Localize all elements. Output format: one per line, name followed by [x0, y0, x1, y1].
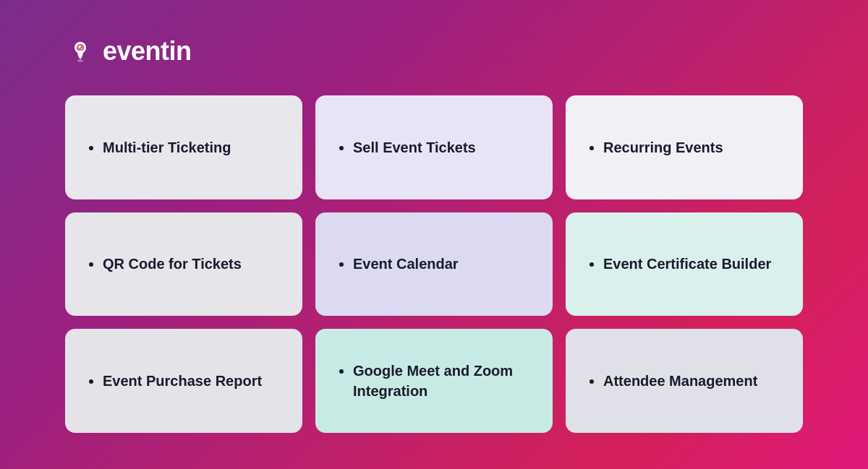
svg-point-2: [77, 60, 83, 62]
logo-text: eventin: [103, 36, 192, 66]
feature-card-multi-tier-ticketing: Multi-tier Ticketing: [65, 95, 302, 199]
eventin-logo-icon: [65, 36, 95, 66]
feature-label-event-purchase-report: Event Purchase Report: [103, 371, 262, 391]
features-grid: Multi-tier TicketingSell Event TicketsRe…: [65, 95, 803, 433]
feature-label-attendee-management: Attendee Management: [603, 371, 757, 391]
feature-card-sell-event-tickets: Sell Event Tickets: [315, 95, 553, 199]
feature-label-google-meet-zoom: Google Meet and Zoom Integration: [353, 361, 531, 401]
feature-card-recurring-events: Recurring Events: [566, 95, 803, 199]
feature-label-sell-event-tickets: Sell Event Tickets: [353, 137, 476, 158]
feature-card-attendee-management: Attendee Management: [566, 329, 803, 433]
feature-card-qr-code-for-tickets: QR Code for Tickets: [65, 212, 302, 317]
page-container: eventin Multi-tier TicketingSell Event T…: [0, 0, 868, 469]
feature-card-google-meet-zoom: Google Meet and Zoom Integration: [315, 329, 553, 433]
feature-card-event-purchase-report: Event Purchase Report: [65, 329, 302, 433]
feature-card-event-calendar: Event Calendar: [315, 212, 553, 317]
feature-card-event-certificate-builder: Event Certificate Builder: [566, 212, 803, 317]
feature-label-recurring-events: Recurring Events: [603, 137, 723, 158]
feature-label-multi-tier-ticketing: Multi-tier Ticketing: [103, 137, 231, 158]
feature-label-event-calendar: Event Calendar: [353, 254, 459, 274]
feature-label-qr-code-for-tickets: QR Code for Tickets: [103, 254, 242, 274]
feature-label-event-certificate-builder: Event Certificate Builder: [603, 254, 771, 274]
logo-area: eventin: [65, 36, 803, 66]
